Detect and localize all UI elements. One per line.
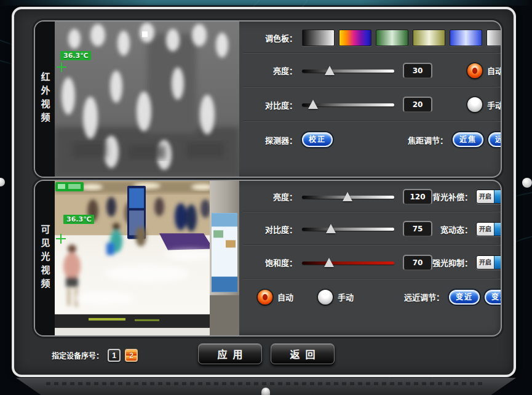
palette-swatch-white-hot[interactable] xyxy=(302,30,335,46)
near-focus-button[interactable]: 近焦 xyxy=(453,132,483,147)
device-bezel-background: 红外视频 xyxy=(0,0,532,395)
palette-swatches xyxy=(302,30,502,46)
auto-gain-radio[interactable] xyxy=(467,63,482,78)
slider-thumb[interactable] xyxy=(308,100,318,109)
manual-mode-label: 手动 xyxy=(338,291,354,303)
manual-mode-radio[interactable] xyxy=(318,290,333,305)
vis-contrast-slider[interactable] xyxy=(302,223,394,235)
device-1-button[interactable]: 1 xyxy=(108,349,121,362)
vis-contrast-value: 75 xyxy=(403,221,432,237)
visible-temp-label: 36.3℃ xyxy=(63,215,94,224)
toggle-state-text: 开启 xyxy=(477,256,494,269)
vis-brightness-slider[interactable] xyxy=(302,191,394,203)
vis-saturation-row: 饱和度： 70 强光抑制： 开启 xyxy=(242,245,502,279)
ir-controls-spacer xyxy=(242,158,502,177)
palette-swatch-green[interactable] xyxy=(376,30,408,46)
wdr-label: 宽动态： xyxy=(440,223,472,235)
hlc-toggle[interactable]: 开启 xyxy=(476,255,502,269)
palette-swatch-iron-rainbow[interactable] xyxy=(339,30,371,46)
auto-gain-label: 自动增益 xyxy=(487,65,502,76)
wdr-toggle[interactable]: 开启 xyxy=(476,222,502,236)
detector-focus-row: 探测器： 校正 焦距调节： 近焦 远焦 xyxy=(242,122,502,158)
ir-video-feed: 36.3℃ xyxy=(55,22,239,177)
slider-track[interactable] xyxy=(302,228,394,231)
device-2-button[interactable]: 2 xyxy=(125,349,138,362)
toggle-knob[interactable] xyxy=(494,223,502,236)
vis-saturation-slider[interactable] xyxy=(302,257,394,269)
ir-panel-title: 红外视频 xyxy=(35,22,55,177)
ir-brightness-label: 亮度： xyxy=(249,65,297,76)
palette-swatch-blue[interactable] xyxy=(450,30,482,46)
ir-contrast-value: 20 xyxy=(403,97,432,113)
focus-adjust-label: 焦距调节： xyxy=(408,134,448,146)
visible-panel-title: 可见光视频 xyxy=(35,181,55,335)
vis-saturation-label: 饱和度： xyxy=(249,257,297,268)
vis-brightness-label: 亮度： xyxy=(249,191,297,202)
visible-video-feed: 36.3℃ xyxy=(55,181,239,335)
slider-thumb[interactable] xyxy=(324,258,334,267)
bezel-screw-left xyxy=(0,178,5,186)
ir-crosshair-icon xyxy=(57,62,66,72)
stand-vents xyxy=(46,382,486,385)
visible-controls-spacer xyxy=(242,314,502,335)
palette-swatch-black-hot[interactable] xyxy=(486,30,502,46)
slider-thumb[interactable] xyxy=(326,224,336,233)
ir-video-panel: 红外视频 xyxy=(34,20,502,178)
toggle-state-text: 开启 xyxy=(477,190,494,203)
ir-contrast-row: 对比度： 20 手动增益 xyxy=(242,87,502,122)
hlc-label: 强光抑制： xyxy=(432,257,472,268)
stand-notch xyxy=(261,388,270,395)
toggle-knob[interactable] xyxy=(494,190,502,203)
visible-video-panel: 可见光视频 xyxy=(34,180,502,337)
ir-temp-label: 36.3℃ xyxy=(60,51,91,60)
ir-brightness-value: 30 xyxy=(403,63,432,79)
ir-brightness-row: 亮度： 30 自动增益 xyxy=(242,54,502,87)
manual-gain-label: 手动增益 xyxy=(487,99,502,111)
backlight-toggle[interactable]: 开启 xyxy=(476,190,502,204)
auto-mode-label: 自动 xyxy=(277,291,293,303)
calibrate-button[interactable]: 校正 xyxy=(302,132,333,147)
palette-label: 调色板： xyxy=(249,32,297,44)
back-button[interactable]: 返回 xyxy=(271,343,335,364)
palette-swatch-olive[interactable] xyxy=(413,30,445,46)
palette-row: 调色板： xyxy=(242,22,502,54)
vis-mode-zoom-row: 自动 手动 远近调节： 变近 变远 xyxy=(242,279,502,314)
bezel-screw-right xyxy=(522,178,532,188)
ir-controls: 调色板： 亮度： 30 自动增益 xyxy=(239,22,502,177)
backlight-label: 背光补偿： xyxy=(432,191,472,202)
vis-contrast-row: 对比度： 75 宽动态： 开启 xyxy=(242,212,502,245)
device-selector: 指定设备序号： 1 2 xyxy=(52,349,138,362)
bezel-top-glow xyxy=(0,0,532,6)
apply-button[interactable]: 应用 xyxy=(198,343,262,364)
slider-track[interactable] xyxy=(302,261,394,265)
device-selector-label: 指定设备序号： xyxy=(52,350,103,361)
visible-controls: 亮度： 120 背光补偿： 开启 对比度： 75 宽 xyxy=(239,181,502,335)
detector-label: 探测器： xyxy=(249,134,297,146)
ir-contrast-label: 对比度： xyxy=(249,99,297,111)
manual-gain-radio[interactable] xyxy=(467,97,482,112)
vis-saturation-value: 70 xyxy=(403,255,432,271)
toggle-knob[interactable] xyxy=(494,256,502,269)
zoom-adjust-label: 远近调节： xyxy=(404,291,444,303)
far-focus-button[interactable]: 远焦 xyxy=(488,132,502,147)
zoom-nearer-button[interactable]: 变近 xyxy=(449,290,480,305)
auto-mode-radio[interactable] xyxy=(258,290,272,305)
slider-thumb[interactable] xyxy=(325,66,335,75)
vis-brightness-value: 120 xyxy=(403,189,432,205)
slider-track[interactable] xyxy=(302,70,394,73)
vis-contrast-label: 对比度： xyxy=(249,223,297,235)
zoom-farther-button[interactable]: 变远 xyxy=(485,290,502,305)
vis-brightness-row: 亮度： 120 背光补偿： 开启 xyxy=(242,181,502,212)
toggle-state-text: 开启 xyxy=(477,223,494,236)
visible-crosshair-icon xyxy=(56,234,66,244)
slider-thumb[interactable] xyxy=(343,192,352,201)
ir-contrast-slider[interactable] xyxy=(302,98,394,111)
ir-brightness-slider[interactable] xyxy=(302,65,394,77)
